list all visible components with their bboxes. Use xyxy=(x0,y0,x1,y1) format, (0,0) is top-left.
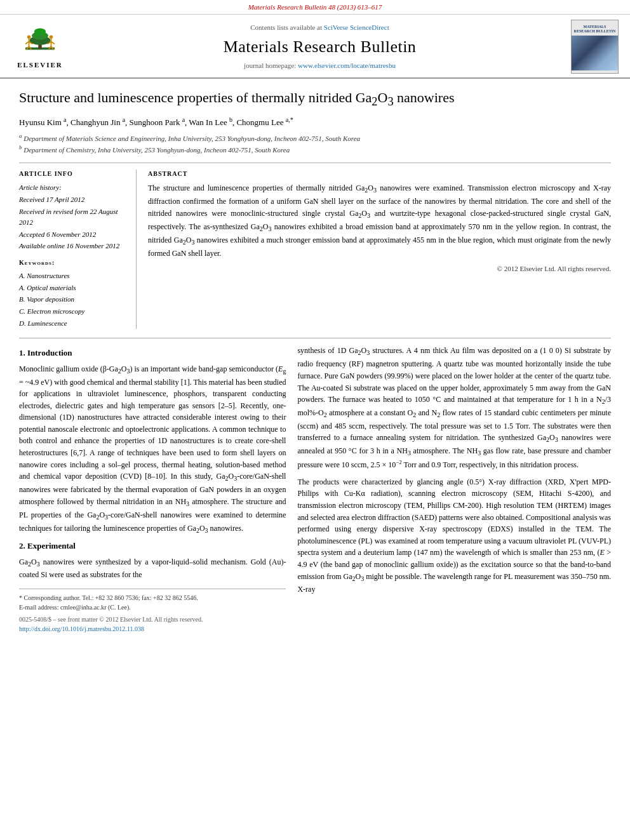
svg-point-4 xyxy=(34,28,46,35)
body-right-column: synthesis of 1D Ga2O3 structures. A 4 nm… xyxy=(297,345,611,634)
journal-title-brand: Materials Research Bulletin xyxy=(81,36,558,58)
journal-cover-image: MATERIALS RESEARCH BULLETIN xyxy=(571,20,619,74)
authors-line: Hyunsu Kim a, Changhyun Jin a, Sunghoon … xyxy=(19,116,611,129)
footnote-corresponding: * Corresponding author. Tel.: +82 32 860… xyxy=(19,593,286,603)
keywords-label: Keywords: xyxy=(19,258,128,267)
abstract-label: ABSTRACT xyxy=(148,170,611,178)
footnote-issn: 0025-5408/$ – see front matter © 2012 El… xyxy=(19,615,286,624)
copyright-line: © 2012 Elsevier Ltd. All rights reserved… xyxy=(148,264,611,274)
elsevier-logo: ELSEVIER xyxy=(11,24,69,70)
sciverse-line: Contents lists available at SciVerse Sci… xyxy=(81,23,558,32)
keyword-3: B. Vapor deposition xyxy=(19,293,128,305)
svg-point-11 xyxy=(50,35,53,39)
accepted-date: Accepted 6 November 2012 xyxy=(19,229,128,241)
keyword-5: D. Luminescence xyxy=(19,317,128,330)
section1-para1: Monoclinic gallium oxide (β-Ga2O3) is an… xyxy=(19,363,286,536)
affiliations: a Department of Materials Science and En… xyxy=(19,132,611,155)
section2-right-para1: synthesis of 1D Ga2O3 structures. A 4 nm… xyxy=(297,345,611,470)
page: Materials Research Bulletin 48 (2013) 61… xyxy=(0,0,630,840)
body-left-column: 1. Introduction Monoclinic gallium oxide… xyxy=(19,345,286,634)
cover-title-text: MATERIALS RESEARCH BULLETIN xyxy=(572,23,618,35)
journal-citation-text: Materials Research Bulletin 48 (2013) 61… xyxy=(248,3,382,11)
available-date: Available online 16 November 2012 xyxy=(19,241,128,252)
abstract-text: The structure and luminescence propertie… xyxy=(148,182,611,259)
section2-para1: Ga2O3 nanowires were synthesized by a va… xyxy=(19,556,286,581)
article-info-label: ARTICLE INFO xyxy=(19,170,128,178)
keyword-1: A. Nanostructures xyxy=(19,270,128,282)
received-revised-date: Received in revised form 22 August 2012 xyxy=(19,206,128,229)
cover-image-graphic xyxy=(572,36,618,70)
abstract-column: ABSTRACT The structure and luminescence … xyxy=(148,170,611,329)
section1-heading: 1. Introduction xyxy=(19,347,286,359)
section2-heading: 2. Experimental xyxy=(19,540,286,552)
info-abstract-columns: ARTICLE INFO Article history: Received 1… xyxy=(19,163,611,329)
elsevier-tree-icon xyxy=(18,24,62,59)
received-date: Received 17 April 2012 xyxy=(19,194,128,206)
article-info-column: ARTICLE INFO Article history: Received 1… xyxy=(19,170,137,329)
footnote-email: E-mail address: cmlee@inha.ac.kr (C. Lee… xyxy=(19,603,286,612)
footnote-doi[interactable]: http://dx.doi.org/10.1016/j.matresbu.201… xyxy=(19,624,286,634)
journal-homepage: journal homepage: www.elsevier.com/locat… xyxy=(81,61,558,70)
svg-point-5 xyxy=(27,35,31,39)
affiliation-b: b Department of Chemistry, Inha Universi… xyxy=(19,143,611,155)
journal-brand-row: ELSEVIER Contents lists available at Sci… xyxy=(0,15,630,79)
keyword-4: C. Electron microscopy xyxy=(19,305,128,317)
keywords-section: Keywords: A. Nanostructures A. Optical m… xyxy=(19,258,128,329)
keyword-2: A. Optical materials xyxy=(19,282,128,294)
article-history: Article history: Received 17 April 2012 … xyxy=(19,182,128,252)
journal-center: Contents lists available at SciVerse Sci… xyxy=(69,23,571,70)
article-title: Structure and luminescence properties of… xyxy=(19,89,611,110)
sciverse-link[interactable]: SciVerse ScienceDirect xyxy=(324,23,389,31)
body-columns: 1. Introduction Monoclinic gallium oxide… xyxy=(19,338,611,634)
homepage-url[interactable]: www.elsevier.com/locate/matresbu xyxy=(298,62,396,69)
affiliation-a: a Department of Materials Science and En… xyxy=(19,132,611,143)
footnotes-section: * Corresponding author. Tel.: +82 32 860… xyxy=(19,589,286,634)
journal-citation-bar: Materials Research Bulletin 48 (2013) 61… xyxy=(0,0,630,15)
article-content: Structure and luminescence properties of… xyxy=(0,79,630,646)
section2-right-para2: The products were characterized by glanc… xyxy=(297,476,611,596)
history-label: Article history: xyxy=(19,182,128,194)
elsevier-wordmark: ELSEVIER xyxy=(17,60,63,70)
